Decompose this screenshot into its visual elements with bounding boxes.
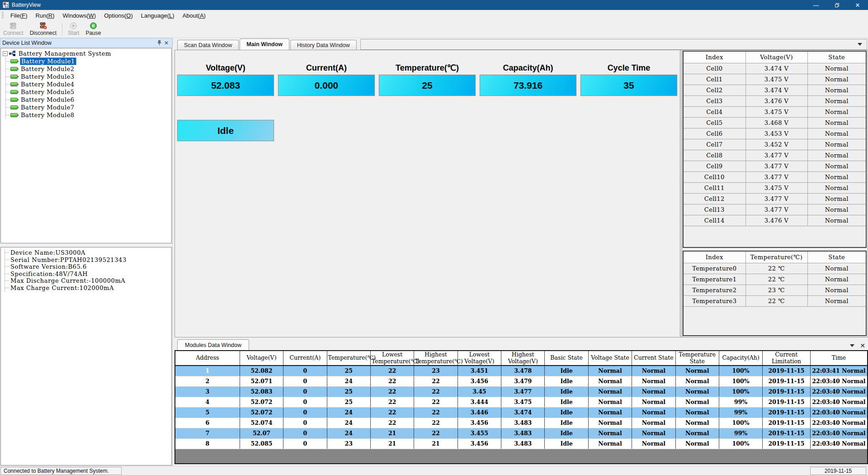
table-cell[interactable]: Normal bbox=[675, 366, 719, 376]
table-cell[interactable]: 0 bbox=[283, 397, 327, 407]
table-cell[interactable]: 25 bbox=[327, 366, 370, 376]
table-cell[interactable]: Normal bbox=[675, 407, 719, 418]
table-cell[interactable]: 2 bbox=[175, 376, 240, 386]
table-cell[interactable]: 22 bbox=[370, 397, 414, 407]
table-cell[interactable]: 2019-11-15 bbox=[763, 386, 811, 397]
table-cell[interactable]: 23 bbox=[414, 366, 458, 376]
tree-item-battery-module1[interactable]: Battery Module1 bbox=[6, 57, 170, 65]
table-cell[interactable]: 99% bbox=[719, 428, 762, 438]
table-cell[interactable]: 2019-11-15 bbox=[763, 407, 811, 418]
table-cell[interactable]: 21 bbox=[370, 428, 414, 438]
table-cell[interactable]: 22 bbox=[414, 376, 458, 386]
table-cell[interactable]: 3.455 bbox=[458, 428, 501, 438]
table-cell[interactable]: 3.451 bbox=[458, 366, 501, 376]
table-cell[interactable]: 100% bbox=[719, 418, 762, 428]
table-cell[interactable]: 24 bbox=[327, 376, 370, 386]
table-cell[interactable]: Normal bbox=[588, 407, 632, 418]
table-cell[interactable]: 3.477 bbox=[501, 386, 545, 397]
menu-about[interactable]: About(A) bbox=[179, 11, 210, 20]
table-cell[interactable]: 21 bbox=[414, 438, 458, 449]
table-cell[interactable]: Normal bbox=[588, 376, 632, 386]
table-cell[interactable]: Idle bbox=[545, 366, 588, 376]
tree-item-battery-module5[interactable]: Battery Module5 bbox=[6, 88, 170, 96]
table-cell[interactable]: Normal bbox=[632, 438, 675, 449]
table-cell[interactable]: Normal bbox=[675, 438, 719, 449]
table-cell[interactable]: 22:03:40 Normal bbox=[810, 428, 867, 438]
table-cell[interactable]: 22:03:40 Normal bbox=[810, 397, 867, 407]
table-cell[interactable]: 3 bbox=[175, 386, 240, 397]
tab-modules-data-window[interactable]: Modules Data Window bbox=[177, 339, 249, 350]
table-row[interactable]: 452.07202522223.4443.475IdleNormalNormal… bbox=[175, 397, 867, 407]
table-cell[interactable]: 22 bbox=[414, 428, 458, 438]
table-cell[interactable]: 0 bbox=[283, 386, 327, 397]
table-cell[interactable]: 3.45 bbox=[458, 386, 501, 397]
table-cell[interactable]: 52.083 bbox=[240, 386, 283, 397]
table-cell[interactable]: Idle bbox=[545, 438, 588, 449]
table-cell[interactable]: Normal bbox=[588, 386, 632, 397]
table-cell[interactable]: 22:03:40 Normal bbox=[810, 386, 867, 397]
table-cell[interactable]: 24 bbox=[327, 407, 370, 418]
table-cell[interactable]: Normal bbox=[632, 397, 675, 407]
table-cell[interactable]: 25 bbox=[327, 386, 370, 397]
selected-address-cell[interactable]: 1 bbox=[175, 366, 240, 376]
table-cell[interactable]: 22:03:41 Normal bbox=[810, 366, 867, 376]
table-cell[interactable]: 2019-11-15 bbox=[763, 428, 811, 438]
table-cell[interactable]: 100% bbox=[719, 366, 762, 376]
table-cell[interactable]: 3.475 bbox=[501, 397, 545, 407]
table-cell[interactable]: Idle bbox=[545, 386, 588, 397]
table-cell[interactable]: 22 bbox=[370, 366, 414, 376]
table-cell[interactable]: 0 bbox=[283, 366, 327, 376]
table-row[interactable]: 552.07202422223.4463.474IdleNormalNormal… bbox=[175, 407, 867, 418]
table-cell[interactable]: Idle bbox=[545, 407, 588, 418]
table-cell[interactable]: Normal bbox=[632, 366, 675, 376]
table-row[interactable]: 752.0702421223.4553.483IdleNormalNormalN… bbox=[175, 428, 867, 438]
table-cell[interactable]: 23 bbox=[327, 438, 370, 449]
panel-close-icon[interactable]: ✕ bbox=[163, 40, 170, 46]
menu-windows[interactable]: Windows(W) bbox=[59, 11, 100, 20]
table-cell[interactable]: 24 bbox=[327, 418, 370, 428]
table-cell[interactable]: 100% bbox=[719, 376, 762, 386]
table-cell[interactable]: Idle bbox=[545, 376, 588, 386]
collapse-icon[interactable]: − bbox=[3, 51, 8, 56]
table-cell[interactable]: 3.483 bbox=[501, 438, 545, 449]
table-cell[interactable]: 3.456 bbox=[458, 438, 501, 449]
tab-scan-data-window[interactable]: Scan Data Window bbox=[177, 40, 239, 50]
table-cell[interactable]: 5 bbox=[175, 407, 240, 418]
table-cell[interactable]: 2019-11-15 bbox=[763, 418, 811, 428]
modules-panel-close-icon[interactable]: ✕ bbox=[860, 343, 865, 348]
tab-main-window[interactable]: Main Window bbox=[240, 38, 289, 50]
tree-root-battery-management-system[interactable]: − Battery Management System bbox=[2, 50, 170, 57]
table-cell[interactable]: 24 bbox=[327, 428, 370, 438]
table-cell[interactable]: 22:03:40 Normal bbox=[810, 407, 867, 418]
table-cell[interactable]: Normal bbox=[675, 418, 719, 428]
table-cell[interactable]: Normal bbox=[675, 428, 719, 438]
table-cell[interactable]: 22 bbox=[414, 418, 458, 428]
table-cell[interactable]: 6 bbox=[175, 418, 240, 428]
tab-history-data-window[interactable]: History Data Window bbox=[290, 40, 357, 50]
table-cell[interactable]: 8 bbox=[175, 438, 240, 449]
table-cell[interactable]: Normal bbox=[632, 376, 675, 386]
table-row[interactable]: 852.08502321213.4563.483IdleNormalNormal… bbox=[175, 438, 867, 449]
table-cell[interactable]: Normal bbox=[675, 386, 719, 397]
table-cell[interactable]: 52.07 bbox=[240, 428, 283, 438]
table-cell[interactable]: 3.446 bbox=[458, 407, 501, 418]
table-cell[interactable]: 7 bbox=[175, 428, 240, 438]
table-cell[interactable]: 21 bbox=[370, 438, 414, 449]
table-cell[interactable]: 2019-11-15 bbox=[763, 438, 811, 449]
table-cell[interactable]: Normal bbox=[632, 386, 675, 397]
table-cell[interactable]: Normal bbox=[588, 418, 632, 428]
table-cell[interactable]: 22:03:40 Normal bbox=[810, 418, 867, 428]
close-button[interactable]: ✕ bbox=[847, 0, 868, 10]
menu-file[interactable]: File(F) bbox=[6, 11, 32, 20]
table-cell[interactable]: Idle bbox=[545, 418, 588, 428]
table-cell[interactable]: 25 bbox=[327, 397, 370, 407]
table-cell[interactable]: 22 bbox=[370, 407, 414, 418]
table-cell[interactable]: 0 bbox=[283, 418, 327, 428]
table-cell[interactable]: 52.071 bbox=[240, 376, 283, 386]
table-cell[interactable]: 3.483 bbox=[501, 418, 545, 428]
table-cell[interactable]: 22:03:40 Normal bbox=[810, 438, 867, 449]
table-cell[interactable]: Normal bbox=[632, 407, 675, 418]
table-row[interactable]: 652.07402422223.4563.483IdleNormalNormal… bbox=[175, 418, 867, 428]
table-cell[interactable]: 3.478 bbox=[501, 366, 545, 376]
pause-button[interactable]: Pause bbox=[82, 21, 104, 38]
